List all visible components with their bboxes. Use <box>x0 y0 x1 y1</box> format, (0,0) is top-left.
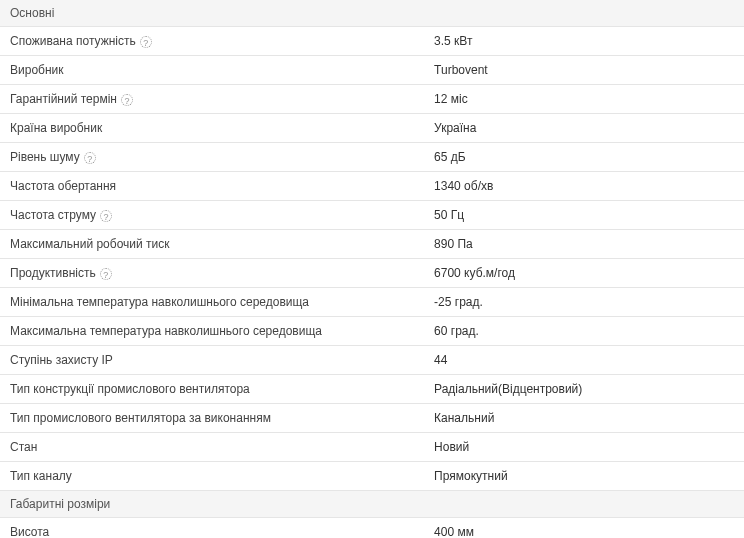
spec-value: 6700 куб.м/год <box>424 259 744 288</box>
spec-row: Максимальний робочий тиск890 Па <box>0 230 744 259</box>
spec-label-cell: Максимальний робочий тиск <box>0 230 424 259</box>
spec-row: Тип промислового вентилятора за виконанн… <box>0 404 744 433</box>
spec-label: Мінімальна температура навколишнього сер… <box>10 295 309 309</box>
spec-label: Частота струму <box>10 208 96 222</box>
spec-label-cell: Тип каналу <box>0 462 424 491</box>
spec-row: Гарантійний термін?12 міс <box>0 85 744 114</box>
spec-value: Канальний <box>424 404 744 433</box>
section-title: Основні <box>0 0 744 27</box>
spec-label-cell: Тип промислового вентилятора за виконанн… <box>0 404 424 433</box>
help-icon[interactable]: ? <box>140 36 152 48</box>
spec-label: Висота <box>10 525 49 538</box>
spec-row: Частота струму?50 Гц <box>0 201 744 230</box>
spec-label: Тип каналу <box>10 469 72 483</box>
spec-row: Тип конструкції промислового вентилятора… <box>0 375 744 404</box>
spec-label: Споживана потужність <box>10 34 136 48</box>
spec-row: Частота обертання1340 об/хв <box>0 172 744 201</box>
spec-row: Максимальна температура навколишнього се… <box>0 317 744 346</box>
spec-label: Тип конструкції промислового вентилятора <box>10 382 250 396</box>
spec-row: СтанНовий <box>0 433 744 462</box>
spec-label-cell: Ступінь захисту IP <box>0 346 424 375</box>
spec-label: Рівень шуму <box>10 150 80 164</box>
spec-value: 1340 об/хв <box>424 172 744 201</box>
spec-row: Ступінь захисту IP44 <box>0 346 744 375</box>
spec-value: -25 град. <box>424 288 744 317</box>
help-icon[interactable]: ? <box>121 94 133 106</box>
spec-label: Гарантійний термін <box>10 92 117 106</box>
spec-label-cell: Споживана потужність? <box>0 27 424 56</box>
spec-label-cell: Стан <box>0 433 424 462</box>
spec-row: ВиробникTurbovent <box>0 56 744 85</box>
section-header: Габаритні розміри <box>0 491 744 518</box>
spec-label-cell: Частота струму? <box>0 201 424 230</box>
spec-value: 65 дБ <box>424 143 744 172</box>
spec-value: 890 Па <box>424 230 744 259</box>
spec-table-body: ОсновніСпоживана потужність?3.5 кВтВироб… <box>0 0 744 538</box>
help-icon[interactable]: ? <box>100 210 112 222</box>
spec-label-cell: Рівень шуму? <box>0 143 424 172</box>
spec-label-cell: Країна виробник <box>0 114 424 143</box>
spec-label: Продуктивність <box>10 266 96 280</box>
spec-label-cell: Тип конструкції промислового вентилятора <box>0 375 424 404</box>
spec-label-cell: Висота <box>0 518 424 539</box>
spec-value: 3.5 кВт <box>424 27 744 56</box>
spec-label-cell: Продуктивність? <box>0 259 424 288</box>
spec-label: Частота обертання <box>10 179 116 193</box>
spec-label-cell: Гарантійний термін? <box>0 85 424 114</box>
help-icon[interactable]: ? <box>84 152 96 164</box>
spec-value: 400 мм <box>424 518 744 539</box>
spec-row: Споживана потужність?3.5 кВт <box>0 27 744 56</box>
spec-value: Прямокутний <box>424 462 744 491</box>
spec-value: Україна <box>424 114 744 143</box>
spec-row: Мінімальна температура навколишнього сер… <box>0 288 744 317</box>
spec-value: Новий <box>424 433 744 462</box>
spec-row: Тип каналуПрямокутний <box>0 462 744 491</box>
spec-label: Стан <box>10 440 37 454</box>
spec-label: Ступінь захисту IP <box>10 353 113 367</box>
spec-label: Виробник <box>10 63 64 77</box>
spec-label-cell: Максимальна температура навколишнього се… <box>0 317 424 346</box>
spec-label: Країна виробник <box>10 121 102 135</box>
section-header: Основні <box>0 0 744 27</box>
spec-label-cell: Мінімальна температура навколишнього сер… <box>0 288 424 317</box>
spec-row: Країна виробникУкраїна <box>0 114 744 143</box>
spec-label-cell: Виробник <box>0 56 424 85</box>
spec-label: Максимальна температура навколишнього се… <box>10 324 322 338</box>
spec-value: 44 <box>424 346 744 375</box>
spec-value: 50 Гц <box>424 201 744 230</box>
spec-label-cell: Частота обертання <box>0 172 424 201</box>
spec-value: 12 міс <box>424 85 744 114</box>
spec-label: Тип промислового вентилятора за виконанн… <box>10 411 271 425</box>
spec-label: Максимальний робочий тиск <box>10 237 170 251</box>
section-title: Габаритні розміри <box>0 491 744 518</box>
spec-table: ОсновніСпоживана потужність?3.5 кВтВироб… <box>0 0 744 538</box>
help-icon[interactable]: ? <box>100 268 112 280</box>
spec-value: Turbovent <box>424 56 744 85</box>
spec-value: 60 град. <box>424 317 744 346</box>
spec-row: Продуктивність?6700 куб.м/год <box>0 259 744 288</box>
spec-value: Радіальний(Відцентровий) <box>424 375 744 404</box>
spec-row: Висота400 мм <box>0 518 744 539</box>
spec-row: Рівень шуму?65 дБ <box>0 143 744 172</box>
